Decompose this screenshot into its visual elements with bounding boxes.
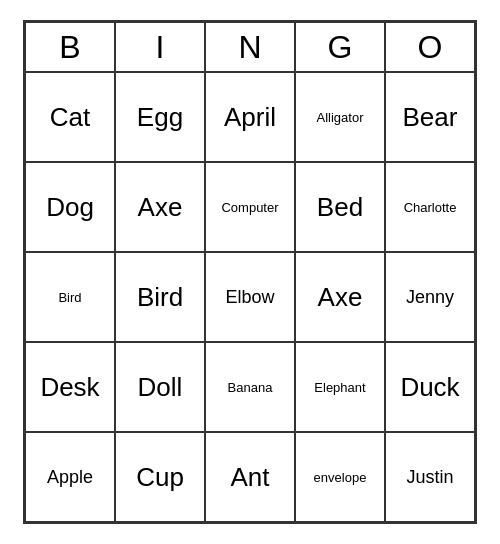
- bingo-cell-2-1: Bird: [115, 252, 205, 342]
- cell-label: envelope: [314, 470, 367, 485]
- cell-label: Cat: [50, 102, 90, 133]
- bingo-row-3: DeskDollBananaElephantDuck: [25, 342, 475, 432]
- bingo-row-2: BirdBirdElbowAxeJenny: [25, 252, 475, 342]
- cell-label: Axe: [138, 192, 183, 223]
- bingo-cell-4-3: envelope: [295, 432, 385, 522]
- cell-label: Charlotte: [404, 200, 457, 215]
- bingo-cell-1-1: Axe: [115, 162, 205, 252]
- cell-label: Bed: [317, 192, 363, 223]
- bingo-cell-2-4: Jenny: [385, 252, 475, 342]
- header-label: B: [59, 29, 80, 66]
- bingo-row-1: DogAxeComputerBedCharlotte: [25, 162, 475, 252]
- cell-label: Cup: [136, 462, 184, 493]
- cell-label: Apple: [47, 467, 93, 488]
- header-cell-n: N: [205, 22, 295, 72]
- cell-label: Elbow: [225, 287, 274, 308]
- cell-label: Banana: [228, 380, 273, 395]
- header-label: G: [328, 29, 353, 66]
- bingo-cell-0-0: Cat: [25, 72, 115, 162]
- cell-label: Egg: [137, 102, 183, 133]
- cell-label: Desk: [40, 372, 99, 403]
- bingo-cell-4-4: Justin: [385, 432, 475, 522]
- bingo-cell-1-4: Charlotte: [385, 162, 475, 252]
- bingo-cell-0-3: Alligator: [295, 72, 385, 162]
- bingo-row-0: CatEggAprilAlligatorBear: [25, 72, 475, 162]
- bingo-cell-1-0: Dog: [25, 162, 115, 252]
- cell-label: Dog: [46, 192, 94, 223]
- header-cell-b: B: [25, 22, 115, 72]
- cell-label: Axe: [318, 282, 363, 313]
- cell-label: Justin: [406, 467, 453, 488]
- bingo-cell-3-4: Duck: [385, 342, 475, 432]
- cell-label: Doll: [138, 372, 183, 403]
- cell-label: Jenny: [406, 287, 454, 308]
- bingo-cell-2-0: Bird: [25, 252, 115, 342]
- cell-label: April: [224, 102, 276, 133]
- bingo-cell-2-2: Elbow: [205, 252, 295, 342]
- cell-label: Computer: [221, 200, 278, 215]
- cell-label: Ant: [230, 462, 269, 493]
- bingo-row-4: AppleCupAntenvelopeJustin: [25, 432, 475, 522]
- header-label: O: [418, 29, 443, 66]
- bingo-card: BINGO CatEggAprilAlligatorBearDogAxeComp…: [23, 20, 477, 524]
- bingo-cell-3-3: Elephant: [295, 342, 385, 432]
- bingo-cell-3-0: Desk: [25, 342, 115, 432]
- cell-label: Elephant: [314, 380, 365, 395]
- bingo-cell-0-4: Bear: [385, 72, 475, 162]
- header-cell-g: G: [295, 22, 385, 72]
- bingo-cell-0-1: Egg: [115, 72, 205, 162]
- bingo-cell-4-1: Cup: [115, 432, 205, 522]
- header-label: I: [156, 29, 165, 66]
- bingo-cell-0-2: April: [205, 72, 295, 162]
- header-cell-i: I: [115, 22, 205, 72]
- bingo-cell-1-3: Bed: [295, 162, 385, 252]
- bingo-cell-4-2: Ant: [205, 432, 295, 522]
- cell-label: Duck: [400, 372, 459, 403]
- header-cell-o: O: [385, 22, 475, 72]
- cell-label: Bear: [403, 102, 458, 133]
- header-label: N: [238, 29, 261, 66]
- bingo-cell-4-0: Apple: [25, 432, 115, 522]
- bingo-header-row: BINGO: [25, 22, 475, 72]
- bingo-cell-1-2: Computer: [205, 162, 295, 252]
- bingo-cell-2-3: Axe: [295, 252, 385, 342]
- bingo-cell-3-1: Doll: [115, 342, 205, 432]
- cell-label: Bird: [58, 290, 81, 305]
- cell-label: Alligator: [317, 110, 364, 125]
- bingo-cell-3-2: Banana: [205, 342, 295, 432]
- cell-label: Bird: [137, 282, 183, 313]
